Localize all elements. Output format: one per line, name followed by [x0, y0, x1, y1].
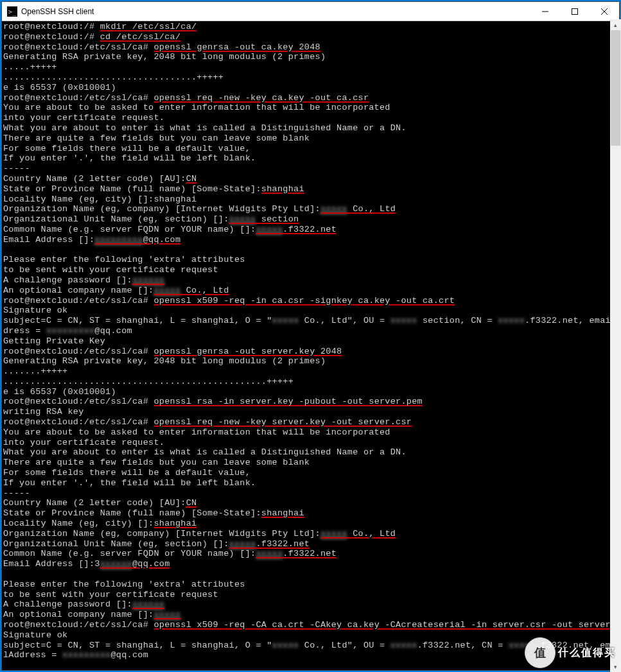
hidden: xxxxx — [498, 316, 525, 325]
watermark: 值 什么值得买 — [525, 637, 616, 668]
answer: shanghai — [153, 194, 197, 204]
prompt: root@nextcloud:/etc/ssl/ca# — [3, 42, 153, 52]
answer: @qq.com — [132, 559, 170, 569]
output: What you are about to enter is what is c… — [3, 123, 407, 133]
output: Signature ok — [3, 630, 67, 640]
prompt: root@nextcloud:/etc/ssl/ca# — [3, 417, 153, 427]
answer: Co., Ltd — [347, 204, 396, 214]
hidden: xxxxx — [320, 204, 347, 214]
prompt-q: Locality Name (eg, city) []: — [3, 519, 153, 528]
terminal-output[interactable]: root@nextcloud:/# mkdir /etc/ssl/ca/ roo… — [2, 21, 619, 670]
output: Signature ok — [3, 306, 67, 315]
prompt-q: Email Address []:3 — [3, 559, 100, 569]
output: If you enter '.', the field will be left… — [3, 153, 256, 163]
hidden: xxxxxxxxx — [62, 650, 110, 660]
hidden: xxxxx — [256, 225, 283, 234]
prompt-q: State or Province Name (full name) [Some… — [3, 508, 261, 518]
maximize-button[interactable] — [560, 2, 590, 21]
app-icon: >_ — [7, 6, 17, 17]
prompt-q: Organizational Unit Name (eg, section) [… — [3, 214, 229, 224]
answer: CN — [186, 174, 197, 184]
answer: .f3322.net — [283, 549, 337, 558]
hidden: xxxxx — [272, 641, 299, 650]
output: into your certificate request. — [3, 113, 164, 123]
output: dress = — [3, 326, 46, 336]
prompt: root@nextcloud:/etc/ssl/ca# — [3, 620, 153, 630]
answer: shanghai — [261, 184, 304, 194]
prompt-q: Locality Name (eg, city) []: — [3, 194, 153, 204]
output: lAddress = — [3, 650, 62, 660]
prompt-q: Country Name (2 letter code) [AU]: — [3, 498, 186, 508]
output: ....................................++++… — [3, 73, 223, 82]
output: .f3322.net, emailAd — [525, 316, 619, 325]
output: Getting Private Key — [3, 336, 105, 346]
output: Please enter the following 'extra' attri… — [3, 255, 245, 264]
prompt-q: Organization Name (eg, company) [Interne… — [3, 204, 320, 214]
output: writing RSA key — [3, 407, 84, 417]
answer: CN — [186, 498, 197, 508]
answer: @qq.com — [143, 235, 181, 245]
hidden: xxxxx — [390, 641, 417, 650]
output: .f3322.net, CN = — [417, 641, 509, 650]
prompt-q: Organization Name (eg, company) [Interne… — [3, 529, 320, 538]
close-button[interactable] — [590, 2, 619, 21]
output: to be sent with your certificate request — [3, 265, 218, 275]
hidden: xxxxxxxxx — [46, 326, 94, 336]
watermark-text: 什么值得买 — [558, 646, 616, 660]
hidden: xxxxxx — [132, 599, 164, 609]
vertical-scrollbar[interactable]: ▴ ▾ — [610, 19, 621, 672]
prompt-q: A challenge password []: — [3, 599, 132, 609]
titlebar[interactable]: >_ OpenSSH SSH client — [2, 2, 619, 21]
output: Generating RSA private key, 2048 bit lon… — [3, 52, 326, 62]
prompt-q: An optional company name []: — [3, 610, 153, 619]
prompt: root@nextcloud:/# — [3, 32, 100, 42]
output: subject=C = CN, ST = shanghai, L = shang… — [3, 316, 272, 325]
ssh-window: >_ OpenSSH SSH client root@nextcloud:/# … — [1, 1, 620, 671]
hidden: xxxxx — [272, 316, 299, 325]
prompt-q: Organizational Unit Name (eg, section) [… — [3, 539, 229, 549]
command: openssl rsa -in server.key -pubout -out … — [153, 397, 423, 406]
output: Generating RSA private key, 2048 bit lon… — [3, 356, 326, 366]
hidden: xxxxx — [256, 549, 283, 558]
scroll-up-icon[interactable]: ▴ — [610, 19, 621, 30]
output: into your certificate request. — [3, 438, 164, 447]
command: openssl genrsa -out ca.key 2048 — [153, 42, 320, 52]
hidden: xxxxxx — [100, 559, 132, 569]
output: For some fields there will be a default … — [3, 468, 250, 478]
hidden: xxxxxx — [132, 275, 164, 285]
answer: shanghai — [261, 508, 304, 518]
prompt: root@nextcloud:/etc/ssl/ca# — [3, 347, 153, 356]
answer: .f3322.net — [283, 225, 337, 234]
output: Please enter the following 'extra' attri… — [3, 580, 245, 589]
hidden: xxxxx — [229, 214, 256, 224]
svg-rect-3 — [572, 8, 578, 14]
output: subject=C = CN, ST = shanghai, L = shang… — [3, 641, 272, 650]
minimize-button[interactable] — [530, 2, 560, 21]
output: e is 65537 (0x010001) — [3, 83, 116, 92]
output: .......+++++ — [3, 366, 67, 376]
prompt-q: An optional company name []: — [3, 286, 153, 295]
prompt-q: Common Name (e.g. server FQDN or YOUR na… — [3, 549, 256, 558]
output: There are quite a few fields but you can… — [3, 134, 310, 143]
prompt-q: A challenge password []: — [3, 275, 132, 285]
command: openssl req -new -key server.key -out se… — [153, 417, 412, 427]
command: openssl req -new -key ca.key -out ca.csr — [153, 93, 369, 103]
command: openssl genrsa -out server.key 2048 — [153, 347, 342, 356]
prompt: root@nextcloud:/etc/ssl/ca# — [3, 397, 153, 406]
prompt: root@nextcloud:/etc/ssl/ca# — [3, 93, 153, 103]
command: mkdir /etc/ssl/ca/ — [100, 22, 197, 31]
prompt-q: Email Address []: — [3, 235, 94, 245]
output: Co., Ltd", OU = — [299, 316, 390, 325]
prompt: root@nextcloud:/# — [3, 22, 100, 31]
output: @qq.com — [110, 650, 148, 660]
prompt-q: Common Name (e.g. server FQDN or YOUR na… — [3, 225, 256, 234]
command: openssl x509 -req -in ca.csr -signkey ca… — [153, 296, 455, 306]
output: There are quite a few fields but you can… — [3, 458, 310, 467]
scrollbar-thumb[interactable] — [611, 30, 620, 146]
hidden: xxxxx — [153, 610, 180, 619]
output: If you enter '.', the field will be left… — [3, 478, 256, 488]
watermark-badge-icon: 值 — [525, 637, 555, 668]
output: ----- — [3, 488, 30, 498]
output: For some fields there will be a default … — [3, 144, 250, 153]
hidden: xxxxx — [229, 539, 256, 549]
